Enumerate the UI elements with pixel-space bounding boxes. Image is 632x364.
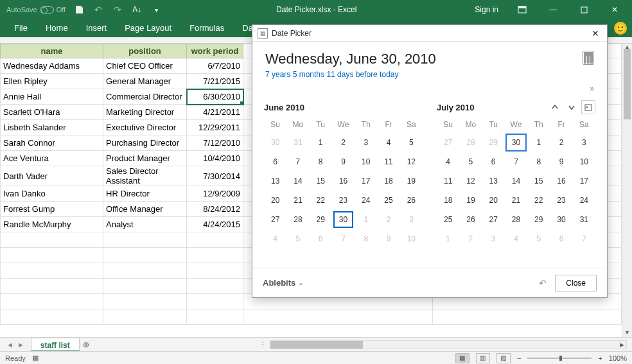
- calendar-day[interactable]: 1: [527, 133, 550, 152]
- month-label-right[interactable]: July 2010: [437, 103, 548, 112]
- zoom-out-button[interactable]: −: [517, 354, 521, 362]
- cell-position[interactable]: Sales Director Assistant: [103, 166, 187, 186]
- close-button[interactable]: Close: [555, 275, 597, 291]
- calendar-day[interactable]: 4: [505, 229, 527, 248]
- qat-customize[interactable]: ▾: [148, 1, 164, 19]
- calendar-day[interactable]: 19: [459, 191, 482, 210]
- date-calculator-button[interactable]: [583, 51, 594, 65]
- cell-date[interactable]: 12/29/2011: [187, 120, 243, 135]
- cell-date[interactable]: [187, 248, 243, 263]
- calendar-day[interactable]: 7: [573, 229, 595, 248]
- cell-date[interactable]: 8/24/2012: [187, 202, 243, 217]
- zoom-in-button[interactable]: +: [598, 354, 602, 362]
- cell-date[interactable]: 7/21/2015: [187, 74, 243, 89]
- calendar-day[interactable]: 7: [286, 152, 309, 171]
- cell-position[interactable]: Exectutive Director: [103, 120, 187, 135]
- tab-formulas[interactable]: Formulas: [180, 19, 233, 37]
- cell-date[interactable]: 6/30/2010: [187, 89, 243, 105]
- scroll-thumb[interactable]: [624, 49, 631, 119]
- calendar-day[interactable]: 3: [482, 229, 505, 248]
- calendar-day[interactable]: 29: [482, 133, 505, 152]
- calendar-day[interactable]: 5: [527, 229, 550, 248]
- calendar-day[interactable]: 16: [332, 171, 355, 191]
- calendar-day[interactable]: 21: [505, 191, 527, 210]
- close-button[interactable]: ✕: [601, 1, 628, 19]
- undo-button[interactable]: ↶: [534, 275, 551, 291]
- calendar-day[interactable]: 31: [286, 133, 309, 152]
- cell-position[interactable]: [103, 248, 187, 263]
- scroll-thumb[interactable]: [270, 341, 363, 349]
- calendar-day[interactable]: 27: [482, 210, 505, 229]
- tab-split-handle[interactable]: ⋮: [259, 341, 266, 348]
- calendar-day[interactable]: 3: [355, 133, 377, 152]
- cell-position[interactable]: [103, 232, 187, 248]
- cell-position[interactable]: General Manager: [103, 74, 187, 89]
- calendar-day[interactable]: 10: [355, 152, 377, 171]
- calendar-day[interactable]: 13: [264, 171, 286, 191]
- calendar-day[interactable]: 28: [505, 210, 527, 229]
- calendar-day[interactable]: 8: [310, 152, 332, 171]
- date-difference-link[interactable]: 7 years 5 months 11 days before today: [252, 70, 607, 83]
- next-month-button[interactable]: [565, 100, 579, 114]
- signin-button[interactable]: Sign in: [468, 5, 505, 14]
- cell-position[interactable]: Purchasing Director: [103, 135, 187, 151]
- cell-date[interactable]: 7/30/2014: [187, 166, 243, 186]
- calendar-day[interactable]: 2: [459, 229, 482, 248]
- cell-position[interactable]: [103, 294, 187, 309]
- calendar-day[interactable]: 10: [400, 229, 423, 248]
- cell-date[interactable]: [187, 232, 243, 248]
- calendar-day[interactable]: 3: [573, 133, 595, 152]
- goto-today-button[interactable]: [581, 100, 595, 114]
- cell-position[interactable]: Analyst: [103, 217, 187, 232]
- cell-date[interactable]: [187, 294, 243, 309]
- cell-position[interactable]: Office Manager: [103, 202, 187, 217]
- calendar-day[interactable]: 25: [437, 210, 459, 229]
- calendar-day[interactable]: 5: [400, 133, 423, 152]
- cell-empty[interactable]: [243, 309, 433, 325]
- cell-position[interactable]: [103, 279, 187, 294]
- cell-name[interactable]: Ellen Ripley: [1, 74, 103, 89]
- calendar-day[interactable]: 20: [264, 191, 286, 210]
- calendar-day[interactable]: 30: [332, 210, 355, 229]
- pane-close-button[interactable]: ✕: [589, 27, 602, 40]
- calendar-day[interactable]: 18: [377, 171, 399, 191]
- cell-name[interactable]: Lisbeth Salander: [1, 120, 103, 135]
- cell-name[interactable]: [1, 263, 103, 279]
- sort-button[interactable]: A↓: [128, 1, 145, 19]
- calendar-day[interactable]: 15: [310, 171, 332, 191]
- calendar-day[interactable]: 17: [355, 171, 377, 191]
- sheet-tab-active[interactable]: staff list: [31, 338, 80, 352]
- column-header[interactable]: position: [103, 44, 187, 58]
- feedback-smiley-icon[interactable]: [614, 22, 627, 35]
- calendar-day[interactable]: 14: [286, 171, 309, 191]
- calendar-day[interactable]: 18: [437, 191, 459, 210]
- calendar-day[interactable]: 24: [355, 191, 377, 210]
- calendar-day[interactable]: 27: [437, 133, 459, 152]
- cell-position[interactable]: Commercial Director: [103, 89, 187, 105]
- cell-position[interactable]: Marketing Director: [103, 105, 187, 120]
- calendar-day[interactable]: 4: [377, 133, 399, 152]
- calendar-day[interactable]: 14: [505, 171, 527, 191]
- calendar-day[interactable]: 9: [332, 152, 355, 171]
- calendar-day[interactable]: 29: [310, 210, 332, 229]
- calendar-day[interactable]: 2: [377, 210, 399, 229]
- zoom-level[interactable]: 100%: [609, 354, 627, 362]
- ribbon-display-button[interactable]: [509, 1, 536, 19]
- pane-titlebar[interactable]: ▦ Date Picker ✕: [252, 25, 607, 42]
- calendar-day[interactable]: 22: [527, 191, 550, 210]
- view-normal-button[interactable]: ▦: [455, 353, 470, 363]
- tab-insert[interactable]: Insert: [77, 19, 116, 37]
- cell-name[interactable]: Ivan Danko: [1, 186, 103, 202]
- tab-scroll-controls[interactable]: ◄►: [0, 341, 31, 349]
- calendar-day[interactable]: 6: [482, 152, 505, 171]
- cell-name[interactable]: Darth Vader: [1, 166, 103, 186]
- cell-date[interactable]: 6/7/2010: [187, 58, 243, 74]
- calendar-day[interactable]: 4: [437, 152, 459, 171]
- month-label-left[interactable]: June 2010: [264, 103, 423, 112]
- calendar-day[interactable]: 28: [459, 133, 482, 152]
- cell-date[interactable]: [187, 309, 243, 325]
- calendar-day[interactable]: 8: [355, 229, 377, 248]
- cell-name[interactable]: Sarah Connor: [1, 135, 103, 151]
- calendar-day[interactable]: 5: [286, 229, 309, 248]
- column-header[interactable]: name: [1, 44, 103, 58]
